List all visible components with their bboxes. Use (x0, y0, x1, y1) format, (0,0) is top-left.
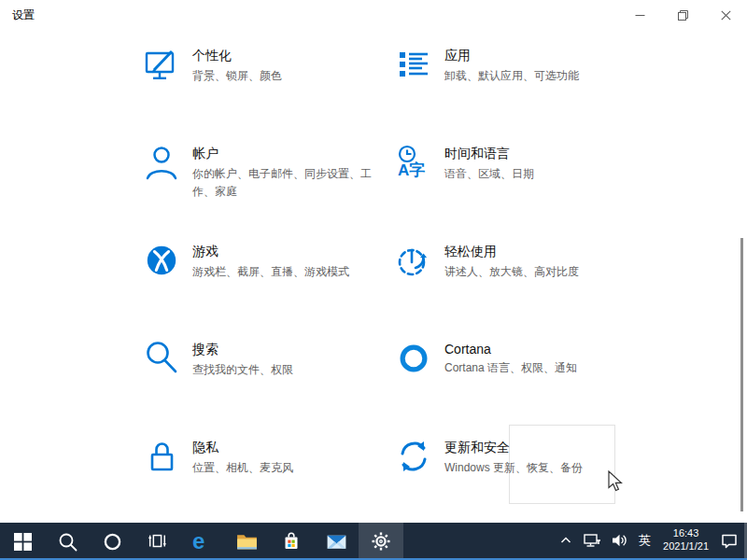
time-language-icon: A字 (394, 143, 433, 182)
cortana-icon (394, 339, 433, 378)
tray-network-button[interactable] (578, 523, 606, 558)
caption-buttons (618, 0, 747, 30)
system-tray: 英 16:43 2021/1/21 (554, 523, 743, 558)
edge-icon: e (190, 529, 214, 553)
tile-title: 应用 (444, 45, 644, 64)
chevron-up-icon (558, 533, 573, 548)
tray-volume-button[interactable] (606, 523, 633, 558)
tile-ease-of-access[interactable]: 轻松使用 讲述人、放大镜、高对比度 (383, 233, 644, 327)
tile-privacy[interactable]: 隐私 位置、相机、麦克风 (131, 429, 392, 523)
task-view-button[interactable] (134, 523, 179, 560)
update-security-icon (394, 437, 433, 476)
settings-window: 设置 个性化 背景、锁屏、颜色 (0, 0, 747, 560)
store-icon (280, 530, 303, 553)
start-button[interactable] (0, 523, 45, 560)
close-button[interactable] (704, 0, 747, 30)
tile-subtitle: 查找我的文件、权限 (192, 361, 392, 379)
file-explorer-icon (235, 530, 259, 553)
search-icon (58, 532, 78, 552)
tray-ime-indicator[interactable]: 英 (633, 523, 656, 558)
search-tile-icon (142, 339, 181, 378)
mail-button[interactable] (314, 523, 359, 560)
settings-taskbar-button[interactable] (359, 523, 403, 560)
taskbar: e (0, 523, 747, 560)
tile-subtitle: 卸载、默认应用、可选功能 (444, 67, 644, 85)
tile-subtitle: 你的帐户、电子邮件、同步设置、工作、家庭 (192, 165, 392, 200)
network-icon (583, 532, 601, 549)
mail-icon (325, 530, 348, 553)
tile-apps[interactable]: 应用 卸载、默认应用、可选功能 (383, 37, 644, 131)
privacy-icon (142, 437, 181, 476)
tile-title: Cortana (444, 339, 644, 357)
mouse-cursor (608, 470, 625, 493)
windows-logo-icon (14, 533, 32, 551)
action-center-icon (720, 531, 739, 550)
speaker-icon (611, 532, 628, 549)
tile-title: 搜索 (192, 339, 392, 358)
cortana-button[interactable] (90, 523, 134, 560)
tile-subtitle: 讲述人、放大镜、高对比度 (444, 263, 644, 281)
tile-title: 更新和安全 (444, 437, 644, 456)
tile-subtitle: 背景、锁屏、颜色 (192, 67, 392, 85)
restore-button[interactable] (661, 0, 704, 30)
tile-subtitle: 语音、区域、日期 (444, 165, 644, 183)
tray-chevron-button[interactable] (554, 523, 578, 558)
close-icon (721, 10, 731, 21)
gaming-icon (142, 241, 181, 280)
tray-date: 2021/1/21 (663, 540, 709, 553)
minimize-button[interactable] (618, 0, 661, 30)
personalization-icon (142, 45, 181, 84)
svg-text:e: e (192, 529, 204, 553)
file-explorer-button[interactable] (224, 523, 269, 560)
tile-subtitle: Cortana 语言、权限、通知 (444, 359, 644, 377)
window-title: 设置 (12, 0, 35, 30)
tile-gaming[interactable]: 游戏 游戏栏、截屏、直播、游戏模式 (131, 233, 392, 327)
action-center-button[interactable] (715, 523, 743, 558)
scrollbar-thumb[interactable] (740, 238, 743, 511)
tile-update-security[interactable]: 更新和安全 Windows 更新、恢复、备份 (383, 429, 644, 523)
tile-title: 时间和语言 (444, 143, 644, 162)
titlebar: 设置 (0, 0, 747, 30)
cortana-ring-icon (103, 532, 122, 552)
tile-personalization[interactable]: 个性化 背景、锁屏、颜色 (131, 37, 392, 131)
tile-search[interactable]: 搜索 查找我的文件、权限 (131, 331, 392, 425)
taskbar-search-button[interactable] (45, 523, 90, 560)
tile-cortana[interactable]: Cortana Cortana 语言、权限、通知 (383, 331, 644, 425)
edge-button[interactable]: e (179, 523, 224, 560)
restore-icon (678, 10, 688, 21)
tile-subtitle: 游戏栏、截屏、直播、游戏模式 (192, 263, 392, 281)
svg-text:A字: A字 (398, 161, 425, 179)
tile-title: 隐私 (192, 437, 392, 456)
tile-subtitle: 位置、相机、麦克风 (192, 459, 392, 477)
task-view-icon (147, 531, 167, 552)
ease-of-access-icon (394, 241, 433, 280)
tile-title: 个性化 (192, 45, 392, 64)
accounts-icon (142, 143, 181, 182)
tile-title: 游戏 (192, 241, 392, 260)
tile-time-language[interactable]: A字 时间和语言 语音、区域、日期 (383, 135, 644, 229)
tray-clock[interactable]: 16:43 2021/1/21 (656, 527, 715, 553)
gear-icon (371, 531, 391, 552)
tray-time: 16:43 (663, 527, 709, 540)
apps-icon (394, 45, 433, 84)
tile-title: 帐户 (192, 143, 392, 162)
minimize-icon (635, 10, 645, 21)
tile-accounts[interactable]: 帐户 你的帐户、电子邮件、同步设置、工作、家庭 (131, 135, 392, 229)
store-button[interactable] (269, 523, 314, 560)
tile-title: 轻松使用 (444, 241, 644, 260)
